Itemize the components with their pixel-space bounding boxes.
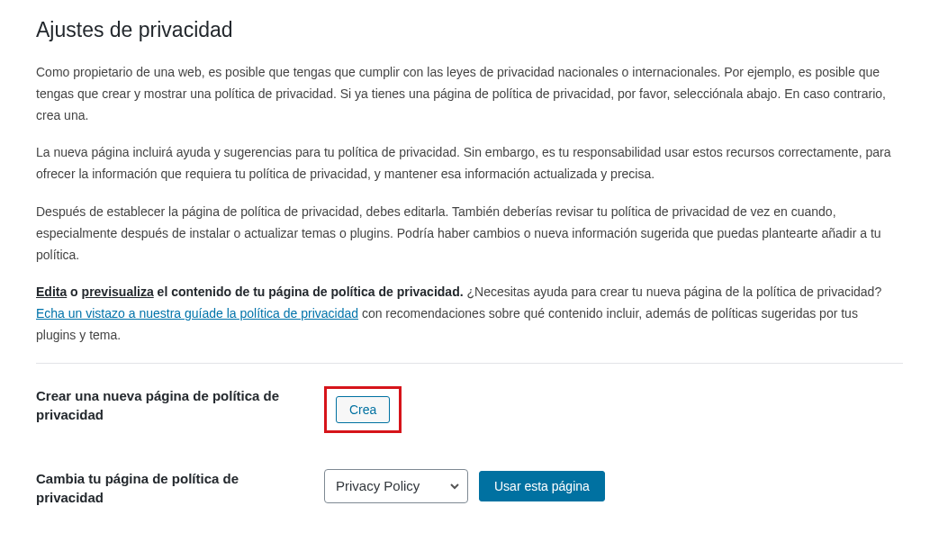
- guide-link[interactable]: Echa un vistazo a nuestra guíade la polí…: [36, 306, 358, 321]
- intro-paragraph-3: Después de establecer la página de polít…: [36, 202, 900, 266]
- create-button-highlight: Crea: [324, 386, 402, 433]
- change-page-row: Cambia tu página de política de privacid…: [36, 469, 903, 507]
- select-value: Privacy Policy: [336, 478, 420, 493]
- create-button[interactable]: Crea: [336, 396, 390, 423]
- preview-link[interactable]: previsualiza: [82, 285, 154, 299]
- create-page-row: Crear una nueva página de política de pr…: [36, 386, 903, 433]
- bold-suffix: el contenido de tu página de política de…: [154, 285, 464, 299]
- change-page-label: Cambia tu página de política de privacid…: [36, 469, 324, 507]
- or-text: o: [67, 285, 81, 299]
- use-page-button[interactable]: Usar esta página: [479, 471, 605, 501]
- intro-paragraph-1: Como propietario de una web, es posible …: [36, 62, 900, 126]
- create-page-label: Crear una nueva página de política de pr…: [36, 386, 324, 424]
- divider: [36, 363, 903, 364]
- page-title: Ajustes de privacidad: [36, 18, 903, 42]
- privacy-page-select[interactable]: Privacy Policy: [324, 469, 468, 503]
- help-prefix: ¿Necesitas ayuda para crear tu nueva pág…: [464, 285, 882, 299]
- chevron-down-icon: [447, 479, 462, 493]
- intro-paragraph-2: La nueva página incluirá ayuda y sugeren…: [36, 142, 900, 185]
- edit-link[interactable]: Edita: [36, 285, 67, 299]
- edit-help-paragraph: Edita o previsualiza el contenido de tu …: [36, 282, 900, 346]
